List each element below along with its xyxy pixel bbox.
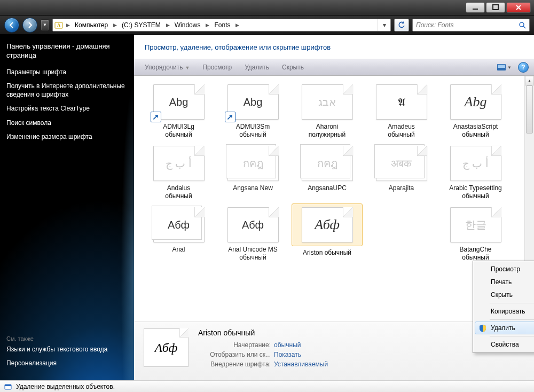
history-dropdown-button[interactable]: ▼ [41, 19, 49, 31]
font-thumbnail: กคฎ [302, 146, 353, 181]
ctx-copy[interactable]: Копировать [475, 305, 534, 318]
status-text: Удаление выделенных объектов. [16, 383, 115, 390]
font-item[interactable]: АбфArial [142, 204, 216, 265]
maximize-button[interactable] [486, 2, 505, 13]
back-button[interactable] [4, 18, 19, 33]
sidebar-footer: См. также Языки и службы текстового ввод… [6, 335, 128, 373]
font-item[interactable]: 한글BatangCheобычный [438, 204, 513, 265]
font-substyle: обычный [144, 131, 214, 138]
titlebar [0, 0, 534, 15]
search-icon[interactable] [519, 21, 526, 29]
help-button[interactable]: ? [518, 62, 529, 73]
ctx-print[interactable]: Печать [475, 276, 534, 288]
view-icon [497, 64, 506, 71]
font-name: Aharoni [292, 123, 362, 131]
breadcrumb-chevron-icon[interactable]: ▶ [112, 22, 119, 28]
font-item[interactable]: अबकAparajita [364, 143, 438, 204]
navigation-bar: ▼ A ▶ Компьютер ▶ (C:) SYSTEM ▶ Windows … [0, 15, 534, 35]
view-mode-button[interactable]: ▼ [494, 62, 515, 73]
close-button[interactable] [506, 2, 531, 13]
font-substyle: обычный [366, 131, 436, 138]
font-item[interactable]: أ ب جArabic Typesettingобычный [438, 143, 513, 204]
font-item[interactable]: АбфArial Unicode MSобычный [216, 204, 290, 265]
font-thumbnail: Abg↗ [227, 84, 279, 120]
font-thumbnail: أ ب ج [153, 146, 205, 181]
font-item[interactable]: Abg↗ADMUI3Smобычный [216, 81, 290, 143]
breadcrumb-item[interactable]: Компьютер [72, 19, 112, 32]
ctx-delete[interactable]: Удалить [475, 322, 534, 334]
font-name: Amadeus [366, 123, 436, 131]
breadcrumb-chevron-icon[interactable]: ▶ [65, 22, 72, 28]
status-icon [4, 382, 13, 391]
font-name: BatangChe [441, 246, 511, 254]
font-substyle: обычный [441, 192, 511, 200]
scroll-handle[interactable] [526, 85, 533, 134]
font-item[interactable]: 𝕬Amadeusобычный [364, 81, 438, 143]
font-substyle: обычный [441, 131, 511, 138]
font-substyle: обычный [144, 192, 214, 200]
ctx-separator [490, 336, 534, 336]
details-value: обычный [274, 341, 301, 349]
font-name: Aparajita [366, 184, 436, 192]
toolbar-delete[interactable]: Удалить [239, 61, 274, 73]
ctx-preview[interactable]: Просмотр [475, 263, 534, 276]
ctx-hide[interactable]: Скрыть [475, 288, 534, 301]
scroll-up-button[interactable]: ▲ [525, 76, 534, 85]
shortcut-overlay-icon: ↗ [151, 112, 161, 122]
status-bar: Удаление выделенных объектов. [0, 380, 534, 392]
font-name: Arial [144, 246, 214, 254]
sidebar-link-personalization[interactable]: Персонализация [6, 359, 128, 367]
address-bar[interactable]: A ▶ Компьютер ▶ (C:) SYSTEM ▶ Windows ▶ … [52, 19, 391, 32]
folder-fonts-icon: A [53, 21, 65, 29]
forward-button[interactable] [22, 18, 37, 33]
svg-rect-8 [5, 385, 11, 386]
font-thumbnail: Абф [153, 207, 205, 242]
breadcrumb-chevron-icon[interactable]: ▶ [234, 22, 241, 28]
details-thumbnail: Абф [144, 328, 189, 367]
sidebar-link-fontsize[interactable]: Изменение размера шрифта [6, 132, 128, 141]
ctx-properties[interactable]: Свойства [475, 338, 534, 351]
sidebar-link-charmap[interactable]: Поиск символа [6, 119, 128, 127]
details-key: Отобразить или ск... [198, 351, 271, 358]
sidebar-link-font-settings[interactable]: Параметры шрифта [6, 68, 128, 76]
address-dropdown-button[interactable]: ▾ [378, 19, 390, 31]
svg-point-4 [520, 22, 524, 27]
sidebar-link-online-info[interactable]: Получить в Интернете дополнительные свед… [6, 82, 128, 99]
breadcrumb-item[interactable]: Windows [171, 19, 205, 32]
ctx-delete-label: Удалить [491, 324, 515, 332]
font-name: ADMUI3Sm [218, 123, 288, 131]
font-item[interactable]: أ ب جAndalusобычный [142, 143, 216, 204]
toolbar-organize[interactable]: Упорядочить▼ [139, 61, 195, 73]
body: Панель управления - домашняя страница Па… [0, 35, 534, 380]
font-item[interactable]: Abg↗ADMUI3Lgобычный [142, 81, 216, 143]
toolbar-preview[interactable]: Просмотр [197, 61, 237, 73]
details-key: Начертание: [198, 341, 271, 349]
minimize-icon [472, 4, 478, 11]
breadcrumb-item[interactable]: Fonts [211, 19, 234, 32]
minimize-button[interactable] [466, 2, 485, 13]
sidebar-heading[interactable]: Панель управления - домашняя страница [6, 42, 128, 60]
sidebar-link-text-services[interactable]: Языки и службы текстового ввода [6, 345, 128, 354]
font-thumbnail: אבג [302, 84, 353, 120]
font-item[interactable]: AbgAnastasiaScriptобычный [438, 81, 513, 143]
search-box[interactable] [412, 19, 530, 32]
sidebar-link-cleartype[interactable]: Настройка текста ClearType [6, 104, 128, 113]
svg-rect-0 [473, 9, 478, 10]
font-item[interactable]: กคฎAngsanaUPC [290, 143, 364, 204]
font-item[interactable]: אבגAharoniполужирный [290, 81, 364, 143]
content-area: Просмотр, удаление, отображение или скры… [134, 35, 534, 380]
font-name: AngsanaUPC [292, 184, 362, 192]
font-item[interactable]: กคฎAngsana New [216, 143, 290, 204]
breadcrumb-chevron-icon[interactable]: ▶ [164, 22, 171, 28]
toolbar-hide[interactable]: Скрыть [277, 61, 309, 73]
refresh-icon [398, 21, 405, 29]
breadcrumb-item[interactable]: (C:) SYSTEM [119, 19, 164, 32]
search-input[interactable] [416, 21, 519, 29]
refresh-button[interactable] [394, 19, 409, 32]
font-item[interactable]: АбфAriston обычный [290, 204, 364, 265]
font-thumbnail: 𝕬 [376, 84, 427, 120]
breadcrumb-chevron-icon[interactable]: ▶ [204, 22, 211, 28]
font-name: AnastasiaScript [441, 123, 511, 131]
font-thumbnail: Abg↗ [153, 84, 205, 120]
shortcut-overlay-icon: ↗ [225, 112, 235, 122]
